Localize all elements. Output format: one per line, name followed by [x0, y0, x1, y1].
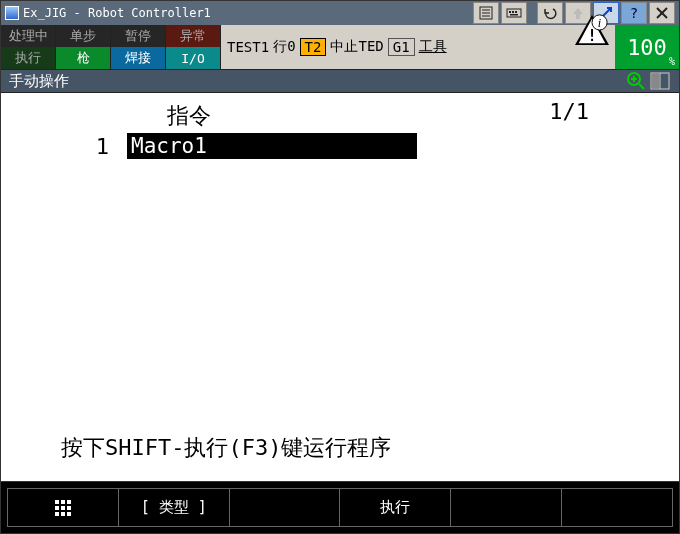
info-group: G1	[388, 38, 415, 56]
app-icon	[5, 6, 19, 20]
status-weld: 焊接	[111, 47, 166, 69]
hint-text: 按下SHIFT-执行(F3)键运行程序	[61, 433, 391, 463]
fkey-6[interactable]	[562, 488, 673, 527]
status-strip: 处理中 单步 暂停 异常 执行 枪 焊接 I/O TEST1 行0 T2 中止T…	[1, 25, 679, 69]
svg-rect-8	[510, 14, 518, 16]
table-row[interactable]: 1 Macro1	[17, 133, 663, 159]
status-gun: 枪	[56, 47, 111, 69]
info-bar: TEST1 行0 T2 中止TED G1 工具 i !	[221, 25, 615, 69]
svg-text:i: i	[598, 16, 602, 30]
status-fault: 异常	[166, 25, 221, 47]
window-title: Ex_JIG - Robot Controller1	[23, 6, 211, 20]
svg-line-17	[639, 84, 644, 89]
svg-rect-23	[67, 500, 71, 504]
fkey-type[interactable]: [ 类型 ]	[119, 488, 230, 527]
svg-rect-24	[55, 506, 59, 510]
svg-rect-20	[652, 74, 659, 88]
fkey-menu[interactable]	[7, 488, 119, 527]
svg-rect-25	[61, 506, 65, 510]
status-io: I/O	[166, 47, 221, 69]
svg-rect-6	[512, 11, 514, 13]
screen-title: 手动操作	[9, 72, 69, 91]
svg-text:!: !	[587, 27, 596, 45]
fkey-3[interactable]	[230, 488, 341, 527]
function-key-bar: [ 类型 ] 执行	[1, 481, 679, 533]
svg-rect-28	[61, 512, 65, 516]
speed-unit: %	[669, 56, 675, 67]
svg-rect-29	[67, 512, 71, 516]
fkey-5[interactable]	[451, 488, 562, 527]
page-indicator: 1/1	[549, 99, 589, 124]
info-state: 中止TED	[330, 38, 383, 56]
status-pause: 暂停	[111, 25, 166, 47]
list-icon[interactable]	[473, 2, 499, 24]
svg-rect-21	[55, 500, 59, 504]
status-running: 处理中	[1, 25, 56, 47]
screen-title-bar: 手动操作	[1, 69, 679, 93]
instruction-cell[interactable]: Macro1	[127, 133, 417, 159]
close-icon[interactable]	[649, 2, 675, 24]
program-area: 1/1 指令 1 Macro1 按下SHIFT-执行(F3)键运行程序	[1, 93, 679, 481]
line-number: 1	[17, 134, 117, 159]
keyboard-icon[interactable]	[501, 2, 527, 24]
svg-rect-27	[55, 512, 59, 516]
status-step: 单步	[56, 25, 111, 47]
help-icon[interactable]: ?	[621, 2, 647, 24]
split-icon[interactable]	[649, 71, 671, 91]
speed-percent[interactable]: 100 %	[615, 25, 679, 69]
svg-rect-22	[61, 500, 65, 504]
robot-controller-window: Ex_JIG - Robot Controller1 ?	[0, 0, 680, 534]
info-line: 行0	[273, 38, 295, 56]
info-tool: 工具	[419, 38, 447, 56]
status-exec: 执行	[1, 47, 56, 69]
zoom-icon[interactable]	[625, 71, 647, 91]
svg-rect-26	[67, 506, 71, 510]
warning-icon: i !	[573, 13, 611, 47]
fkey-exec[interactable]: 执行	[340, 488, 451, 527]
info-mode: T2	[300, 38, 327, 56]
svg-rect-7	[515, 11, 517, 13]
svg-rect-5	[509, 11, 511, 13]
speed-value: 100	[627, 35, 667, 60]
info-prog: TEST1	[227, 39, 269, 55]
undo-icon[interactable]	[537, 2, 563, 24]
